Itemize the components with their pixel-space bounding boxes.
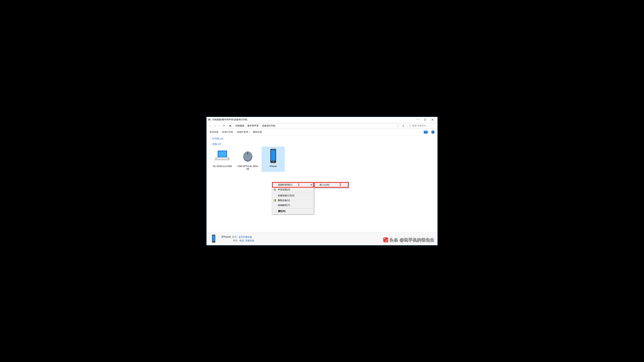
up-button[interactable]: [222, 124, 226, 128]
breadcrumb-hardware-sound[interactable]: 硬件和声音: [247, 124, 259, 127]
back-button[interactable]: [208, 124, 212, 128]
printers-group-header[interactable]: ›打印机 (5): [209, 137, 435, 140]
phone-icon: [265, 148, 281, 164]
svg-rect-14: [216, 157, 228, 159]
menu-connect-using[interactable]: 连接时使用(C) ▶: [272, 182, 313, 187]
menu-separator: [278, 193, 313, 193]
model-value: 蓝牙外围设备: [238, 236, 252, 239]
menu-sound-settings[interactable]: 声音设置(O): [272, 187, 313, 192]
svg-rect-0: [208, 119, 210, 119]
annotation-2: 2: [340, 183, 341, 186]
chevron-right-icon: ▶: [311, 184, 312, 186]
svg-rect-9: [230, 126, 231, 127]
svg-rect-13: [218, 151, 226, 157]
menu-troubleshoot[interactable]: 疑难解答(T): [272, 203, 313, 208]
search-icon: [409, 125, 411, 127]
menu-properties[interactable]: 属性(R): [272, 209, 313, 214]
device-label: SC-202011111458: [213, 165, 232, 168]
context-menu: 连接时使用(C) ▶ 声音设置(O) 创建快捷方式(S) 删除设备(V) 疑难解…: [272, 182, 314, 214]
maximize-button[interactable]: [421, 117, 429, 122]
window-title: 控制面板\硬件和声音\设备和打印机: [212, 118, 414, 121]
address-dropdown[interactable]: [396, 124, 400, 128]
device-label: USB OPTICAL MOUSE: [237, 165, 258, 171]
svg-rect-25: [212, 235, 215, 241]
shield-icon: [274, 199, 276, 202]
content-area: ›打印机 (5) ›设备 (3) SC-202011111458 USB OPT…: [206, 135, 438, 232]
chevron-down-icon: ›: [209, 143, 212, 145]
phone-icon: [209, 234, 218, 243]
connect-using-button[interactable]: 连接时使用▾: [237, 131, 250, 134]
mouse-icon: [240, 148, 256, 164]
svg-point-20: [273, 161, 274, 162]
address-bar[interactable]: › 控制面板 › 硬件和声音 › 设备和打印机: [228, 123, 406, 128]
add-device-button[interactable]: 添加设备: [210, 131, 218, 134]
category-value: 电话; 音频设备: [240, 239, 254, 242]
refresh-button[interactable]: [400, 124, 406, 128]
svg-line-11: [410, 126, 411, 127]
svg-point-26: [213, 242, 214, 242]
breadcrumb-devices-printers[interactable]: 设备和打印机: [261, 124, 276, 127]
category-label: 类别:: [233, 239, 238, 242]
menu-create-shortcut[interactable]: 创建快捷方式(S): [272, 193, 313, 198]
chevron-right-icon[interactable]: ›: [245, 125, 247, 127]
svg-rect-7: [230, 125, 231, 126]
svg-rect-2: [209, 120, 210, 121]
command-bar: 添加设备 添加打印机 连接时使用▾ 删除设备 ▾ ?: [206, 129, 438, 135]
svg-rect-21: [272, 149, 274, 150]
devices-group-header[interactable]: ›设备 (3): [209, 143, 435, 146]
device-label: iPhone: [270, 165, 277, 168]
svg-rect-27: [213, 235, 214, 235]
annotation-1: 1: [298, 183, 300, 186]
help-button[interactable]: ?: [431, 130, 434, 134]
speaker-icon: [274, 188, 276, 191]
search-placeholder: 搜索"设备和打...: [412, 124, 428, 127]
nav-bar: › 控制面板 › 硬件和声音 › 设备和打印机 搜索"设备和打...: [206, 123, 438, 129]
forward-button[interactable]: [213, 124, 217, 128]
view-icon: [424, 131, 428, 134]
remove-device-button[interactable]: 删除设备: [253, 131, 262, 134]
device-item-laptop[interactable]: SC-202011111458: [211, 147, 234, 172]
minimize-button[interactable]: [414, 117, 421, 122]
chevron-right-icon[interactable]: ›: [233, 125, 235, 127]
chevron-right-icon: ›: [209, 138, 212, 140]
model-label: 型号:: [232, 236, 237, 239]
svg-rect-19: [271, 150, 276, 161]
search-input[interactable]: 搜索"设备和打...: [408, 123, 436, 128]
explorer-window: 控制面板\硬件和声音\设备和打印机 › 控制面板 › 硬件和声音 › 设备和打印…: [206, 117, 438, 245]
submenu: 接入点(A): [314, 182, 349, 188]
devices-printers-icon: [229, 124, 232, 127]
svg-point-23: [274, 189, 276, 190]
laptop-icon: [214, 148, 230, 164]
watermark: 头条 @玩手机的张先生: [383, 237, 434, 243]
recent-dropdown[interactable]: [218, 124, 220, 128]
menu-remove-device[interactable]: 删除设备(V): [272, 198, 313, 203]
svg-point-10: [409, 125, 410, 126]
device-item-iphone[interactable]: iPhone: [262, 147, 284, 172]
toutiao-logo-icon: [383, 238, 388, 242]
title-bar: 控制面板\硬件和声音\设备和打印机: [206, 117, 438, 123]
close-button[interactable]: [429, 117, 436, 122]
chevron-right-icon[interactable]: ›: [259, 125, 261, 127]
device-item-mouse[interactable]: USB OPTICAL MOUSE: [236, 147, 259, 172]
menu-access-point[interactable]: 接入点(A): [314, 182, 348, 187]
breadcrumb-control-panel[interactable]: 控制面板: [235, 124, 245, 127]
selected-device-name: iPhone: [222, 235, 231, 239]
svg-point-17: [247, 152, 248, 154]
devices-printers-icon: [208, 118, 211, 121]
svg-rect-4: [424, 119, 426, 120]
menu-separator: [278, 208, 313, 208]
view-options-button[interactable]: ▾: [424, 131, 429, 134]
add-printer-button[interactable]: 添加打印机: [222, 131, 233, 134]
